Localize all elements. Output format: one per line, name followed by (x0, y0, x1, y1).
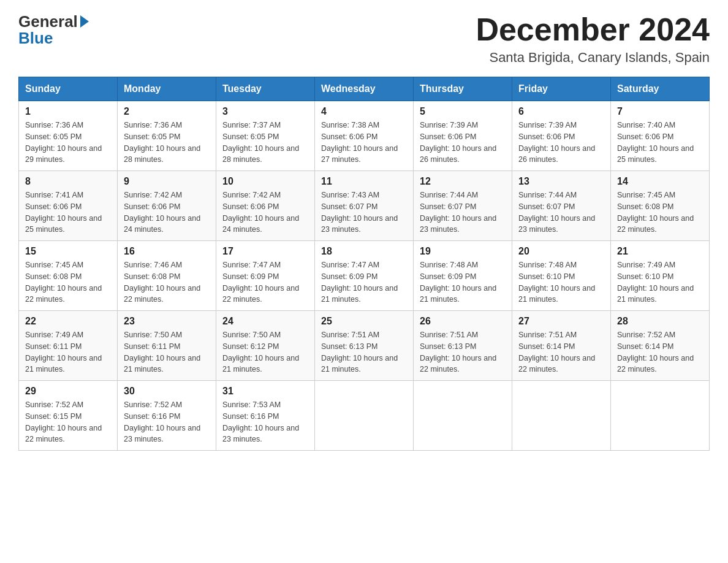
day-number: 1 (25, 106, 111, 117)
calendar-week-row: 15 Sunrise: 7:45 AMSunset: 6:08 PMDaylig… (19, 241, 710, 311)
day-info: Sunrise: 7:53 AMSunset: 6:16 PMDaylight:… (222, 399, 308, 445)
day-number: 8 (25, 176, 111, 187)
day-info: Sunrise: 7:52 AMSunset: 6:14 PMDaylight:… (617, 329, 703, 375)
day-info: Sunrise: 7:50 AMSunset: 6:12 PMDaylight:… (222, 329, 308, 375)
day-number: 31 (222, 386, 308, 397)
table-row (315, 381, 414, 451)
day-number: 9 (124, 176, 210, 187)
day-info: Sunrise: 7:48 AMSunset: 6:10 PMDaylight:… (518, 259, 604, 305)
calendar-week-row: 1 Sunrise: 7:36 AMSunset: 6:05 PMDayligh… (19, 101, 710, 171)
day-number: 14 (617, 176, 703, 187)
day-info: Sunrise: 7:48 AMSunset: 6:09 PMDaylight:… (420, 259, 506, 305)
table-row: 24 Sunrise: 7:50 AMSunset: 6:12 PMDaylig… (216, 311, 315, 381)
day-number: 15 (25, 246, 111, 257)
table-row: 21 Sunrise: 7:49 AMSunset: 6:10 PMDaylig… (611, 241, 710, 311)
table-row: 4 Sunrise: 7:38 AMSunset: 6:06 PMDayligh… (315, 101, 414, 171)
table-row: 5 Sunrise: 7:39 AMSunset: 6:06 PMDayligh… (414, 101, 512, 171)
day-number: 27 (518, 316, 604, 327)
table-row: 23 Sunrise: 7:50 AMSunset: 6:11 PMDaylig… (118, 311, 216, 381)
table-row: 7 Sunrise: 7:40 AMSunset: 6:06 PMDayligh… (611, 101, 710, 171)
calendar-header-row: Sunday Monday Tuesday Wednesday Thursday… (19, 77, 710, 101)
table-row: 8 Sunrise: 7:41 AMSunset: 6:06 PMDayligh… (19, 171, 118, 241)
day-number: 24 (222, 316, 308, 327)
title-block: December 2024 Santa Brigida, Canary Isla… (476, 12, 710, 66)
table-row: 17 Sunrise: 7:47 AMSunset: 6:09 PMDaylig… (216, 241, 315, 311)
table-row: 12 Sunrise: 7:44 AMSunset: 6:07 PMDaylig… (414, 171, 512, 241)
day-number: 23 (124, 316, 210, 327)
day-number: 4 (321, 106, 407, 117)
table-row (611, 381, 710, 451)
day-number: 18 (321, 246, 407, 257)
table-row: 16 Sunrise: 7:46 AMSunset: 6:08 PMDaylig… (118, 241, 216, 311)
day-number: 20 (518, 246, 604, 257)
calendar-table: Sunday Monday Tuesday Wednesday Thursday… (18, 77, 710, 451)
day-info: Sunrise: 7:44 AMSunset: 6:07 PMDaylight:… (420, 190, 506, 236)
day-number: 10 (222, 176, 308, 187)
table-row: 27 Sunrise: 7:51 AMSunset: 6:14 PMDaylig… (512, 311, 611, 381)
day-number: 11 (321, 176, 407, 187)
table-row: 26 Sunrise: 7:51 AMSunset: 6:13 PMDaylig… (414, 311, 512, 381)
day-number: 6 (518, 106, 604, 117)
day-number: 21 (617, 246, 703, 257)
day-info: Sunrise: 7:51 AMSunset: 6:13 PMDaylight:… (420, 329, 506, 375)
day-info: Sunrise: 7:46 AMSunset: 6:08 PMDaylight:… (124, 259, 210, 305)
table-row: 18 Sunrise: 7:47 AMSunset: 6:09 PMDaylig… (315, 241, 414, 311)
table-row: 22 Sunrise: 7:49 AMSunset: 6:11 PMDaylig… (19, 311, 118, 381)
table-row: 3 Sunrise: 7:37 AMSunset: 6:05 PMDayligh… (216, 101, 315, 171)
day-info: Sunrise: 7:49 AMSunset: 6:10 PMDaylight:… (617, 259, 703, 305)
header-monday: Monday (118, 77, 216, 101)
day-number: 19 (420, 246, 506, 257)
day-info: Sunrise: 7:38 AMSunset: 6:06 PMDaylight:… (321, 120, 407, 166)
table-row: 29 Sunrise: 7:52 AMSunset: 6:15 PMDaylig… (19, 381, 118, 451)
table-row: 19 Sunrise: 7:48 AMSunset: 6:09 PMDaylig… (414, 241, 512, 311)
table-row: 13 Sunrise: 7:44 AMSunset: 6:07 PMDaylig… (512, 171, 611, 241)
table-row: 1 Sunrise: 7:36 AMSunset: 6:05 PMDayligh… (19, 101, 118, 171)
header-saturday: Saturday (611, 77, 710, 101)
day-info: Sunrise: 7:45 AMSunset: 6:08 PMDaylight:… (617, 190, 703, 236)
day-number: 25 (321, 316, 407, 327)
day-info: Sunrise: 7:44 AMSunset: 6:07 PMDaylight:… (518, 190, 604, 236)
day-number: 16 (124, 246, 210, 257)
day-number: 26 (420, 316, 506, 327)
table-row: 11 Sunrise: 7:43 AMSunset: 6:07 PMDaylig… (315, 171, 414, 241)
day-info: Sunrise: 7:51 AMSunset: 6:13 PMDaylight:… (321, 329, 407, 375)
day-info: Sunrise: 7:40 AMSunset: 6:06 PMDaylight:… (617, 120, 703, 166)
location-title: Santa Brigida, Canary Islands, Spain (476, 50, 710, 66)
page-header: General Blue December 2024 Santa Brigida… (18, 12, 710, 66)
table-row (414, 381, 512, 451)
day-info: Sunrise: 7:52 AMSunset: 6:15 PMDaylight:… (25, 399, 111, 445)
table-row: 14 Sunrise: 7:45 AMSunset: 6:08 PMDaylig… (611, 171, 710, 241)
day-info: Sunrise: 7:39 AMSunset: 6:06 PMDaylight:… (518, 120, 604, 166)
day-info: Sunrise: 7:42 AMSunset: 6:06 PMDaylight:… (124, 190, 210, 236)
header-wednesday: Wednesday (315, 77, 414, 101)
day-number: 2 (124, 106, 210, 117)
month-title: December 2024 (476, 12, 710, 47)
table-row (512, 381, 611, 451)
table-row: 25 Sunrise: 7:51 AMSunset: 6:13 PMDaylig… (315, 311, 414, 381)
header-tuesday: Tuesday (216, 77, 315, 101)
header-friday: Friday (512, 77, 611, 101)
table-row: 2 Sunrise: 7:36 AMSunset: 6:05 PMDayligh… (118, 101, 216, 171)
logo-arrow-icon (80, 15, 89, 28)
logo: General Blue (18, 12, 89, 48)
day-info: Sunrise: 7:47 AMSunset: 6:09 PMDaylight:… (222, 259, 308, 305)
day-info: Sunrise: 7:41 AMSunset: 6:06 PMDaylight:… (25, 190, 111, 236)
day-info: Sunrise: 7:43 AMSunset: 6:07 PMDaylight:… (321, 190, 407, 236)
day-info: Sunrise: 7:45 AMSunset: 6:08 PMDaylight:… (25, 259, 111, 305)
day-info: Sunrise: 7:50 AMSunset: 6:11 PMDaylight:… (124, 329, 210, 375)
calendar-week-row: 29 Sunrise: 7:52 AMSunset: 6:15 PMDaylig… (19, 381, 710, 451)
day-number: 7 (617, 106, 703, 117)
day-number: 13 (518, 176, 604, 187)
calendar-week-row: 22 Sunrise: 7:49 AMSunset: 6:11 PMDaylig… (19, 311, 710, 381)
day-info: Sunrise: 7:49 AMSunset: 6:11 PMDaylight:… (25, 329, 111, 375)
day-number: 3 (222, 106, 308, 117)
day-info: Sunrise: 7:42 AMSunset: 6:06 PMDaylight:… (222, 190, 308, 236)
day-number: 17 (222, 246, 308, 257)
table-row: 20 Sunrise: 7:48 AMSunset: 6:10 PMDaylig… (512, 241, 611, 311)
table-row: 9 Sunrise: 7:42 AMSunset: 6:06 PMDayligh… (118, 171, 216, 241)
day-number: 30 (124, 386, 210, 397)
day-info: Sunrise: 7:36 AMSunset: 6:05 PMDaylight:… (124, 120, 210, 166)
table-row: 15 Sunrise: 7:45 AMSunset: 6:08 PMDaylig… (19, 241, 118, 311)
day-number: 29 (25, 386, 111, 397)
day-number: 22 (25, 316, 111, 327)
